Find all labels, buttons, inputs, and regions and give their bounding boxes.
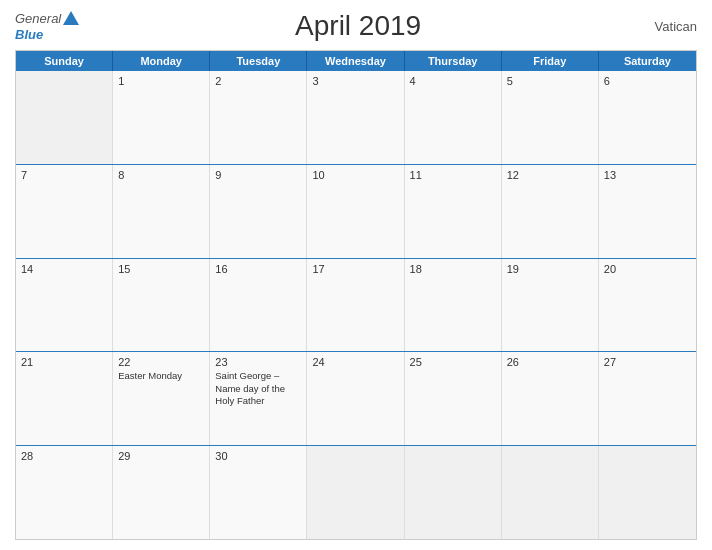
weekday-header-monday: Monday <box>113 51 210 71</box>
day-number: 3 <box>312 75 398 87</box>
cal-cell <box>502 446 599 539</box>
day-number: 26 <box>507 356 593 368</box>
day-number: 27 <box>604 356 691 368</box>
cal-cell: 1 <box>113 71 210 164</box>
weekday-header-thursday: Thursday <box>405 51 502 71</box>
cal-cell: 28 <box>16 446 113 539</box>
weekday-header-friday: Friday <box>502 51 599 71</box>
weekday-header-row: SundayMondayTuesdayWednesdayThursdayFrid… <box>16 51 696 71</box>
cal-cell: 4 <box>405 71 502 164</box>
day-number: 29 <box>118 450 204 462</box>
day-number: 20 <box>604 263 691 275</box>
cal-cell: 5 <box>502 71 599 164</box>
day-number: 5 <box>507 75 593 87</box>
day-number: 21 <box>21 356 107 368</box>
day-number: 16 <box>215 263 301 275</box>
calendar: SundayMondayTuesdayWednesdayThursdayFrid… <box>15 50 697 540</box>
cal-cell: 29 <box>113 446 210 539</box>
day-number: 18 <box>410 263 496 275</box>
day-number: 30 <box>215 450 301 462</box>
cal-cell: 3 <box>307 71 404 164</box>
week-row-4: 2122Easter Monday23Saint George – Name d… <box>16 352 696 446</box>
cal-cell: 6 <box>599 71 696 164</box>
week-row-3: 14151617181920 <box>16 259 696 353</box>
day-number: 8 <box>118 169 204 181</box>
event-text: Easter Monday <box>118 370 204 382</box>
day-number: 6 <box>604 75 691 87</box>
day-number: 4 <box>410 75 496 87</box>
logo-blue-text: Blue <box>15 27 43 42</box>
day-number: 10 <box>312 169 398 181</box>
day-number: 12 <box>507 169 593 181</box>
cal-cell: 30 <box>210 446 307 539</box>
week-row-1: 123456 <box>16 71 696 165</box>
cal-cell <box>405 446 502 539</box>
cal-cell: 13 <box>599 165 696 258</box>
header: General Blue April 2019 Vatican <box>15 10 697 42</box>
day-number: 1 <box>118 75 204 87</box>
day-number: 11 <box>410 169 496 181</box>
month-title: April 2019 <box>295 10 421 42</box>
cal-cell <box>307 446 404 539</box>
event-text: Saint George – Name day of the Holy Fath… <box>215 370 301 407</box>
day-number: 17 <box>312 263 398 275</box>
weekday-header-wednesday: Wednesday <box>307 51 404 71</box>
logo-general-text: General <box>15 11 61 26</box>
week-row-5: 282930 <box>16 446 696 539</box>
cal-cell: 10 <box>307 165 404 258</box>
day-number: 19 <box>507 263 593 275</box>
day-number: 7 <box>21 169 107 181</box>
cal-cell: 2 <box>210 71 307 164</box>
cal-cell: 20 <box>599 259 696 352</box>
day-number: 2 <box>215 75 301 87</box>
calendar-page: General Blue April 2019 Vatican SundayMo… <box>0 0 712 550</box>
cal-cell: 9 <box>210 165 307 258</box>
weekday-header-saturday: Saturday <box>599 51 696 71</box>
day-number: 28 <box>21 450 107 462</box>
cal-cell: 17 <box>307 259 404 352</box>
calendar-body: 12345678910111213141516171819202122Easte… <box>16 71 696 539</box>
day-number: 24 <box>312 356 398 368</box>
week-row-2: 78910111213 <box>16 165 696 259</box>
cal-cell: 11 <box>405 165 502 258</box>
cal-cell: 23Saint George – Name day of the Holy Fa… <box>210 352 307 445</box>
cal-cell: 16 <box>210 259 307 352</box>
country-name: Vatican <box>637 19 697 34</box>
logo: General Blue <box>15 11 79 42</box>
cal-cell: 25 <box>405 352 502 445</box>
cal-cell: 7 <box>16 165 113 258</box>
day-number: 15 <box>118 263 204 275</box>
cal-cell: 24 <box>307 352 404 445</box>
day-number: 23 <box>215 356 301 368</box>
cal-cell: 27 <box>599 352 696 445</box>
day-number: 9 <box>215 169 301 181</box>
logo-triangle-icon <box>63 11 79 25</box>
weekday-header-tuesday: Tuesday <box>210 51 307 71</box>
cal-cell: 15 <box>113 259 210 352</box>
day-number: 22 <box>118 356 204 368</box>
day-number: 25 <box>410 356 496 368</box>
cal-cell: 22Easter Monday <box>113 352 210 445</box>
cal-cell: 8 <box>113 165 210 258</box>
cal-cell: 18 <box>405 259 502 352</box>
cal-cell <box>16 71 113 164</box>
cal-cell: 26 <box>502 352 599 445</box>
weekday-header-sunday: Sunday <box>16 51 113 71</box>
cal-cell <box>599 446 696 539</box>
day-number: 13 <box>604 169 691 181</box>
cal-cell: 12 <box>502 165 599 258</box>
cal-cell: 19 <box>502 259 599 352</box>
cal-cell: 21 <box>16 352 113 445</box>
day-number: 14 <box>21 263 107 275</box>
cal-cell: 14 <box>16 259 113 352</box>
